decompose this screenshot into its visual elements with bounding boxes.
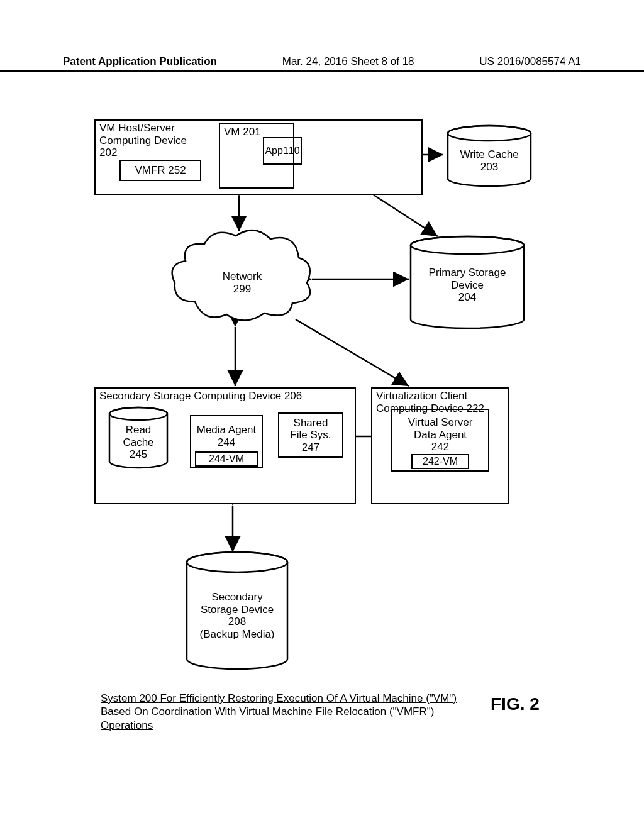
app110-box: App 110 [263, 137, 302, 165]
svg-line-5 [296, 319, 409, 386]
ss-l4: (Backup Media) [199, 628, 274, 640]
header-right: US 2016/0085574 A1 [479, 55, 581, 68]
rc-l1: Read [126, 424, 152, 436]
primary-storage-cylinder: Primary Storage Device 204 [408, 235, 527, 329]
vsda-l1: Virtual Server [408, 416, 473, 428]
wc-l1: Write Cache [460, 148, 518, 160]
figure-caption: System 200 For Efficiently Restoring Exe… [101, 692, 465, 732]
diagram: VM Host/Server Computing Device 202 VMFR… [94, 119, 572, 748]
ma-l2: 244 [218, 436, 235, 448]
wc-l2: 203 [480, 161, 498, 173]
rc-l2: Cache [123, 436, 153, 448]
vm-host-title: VM Host/Server Computing Device 202 [99, 122, 187, 159]
read-cache-cylinder: Read Cache 245 [107, 406, 170, 469]
write-cache-cylinder: Write Cache 203 [445, 124, 533, 187]
secondary-storage-cylinder: Secondary Storage Device 208 (Backup Med… [184, 551, 291, 670]
sfs-l1: Shared [294, 417, 328, 429]
svg-line-2 [374, 195, 438, 236]
vccd-l1: Virtualization Client [376, 390, 467, 402]
ss-l2: Storage Device [201, 604, 274, 616]
ps-l3: 204 [458, 291, 476, 303]
sscd-title: Secondary Storage Computing Device 206 [99, 390, 302, 402]
host-l1: VM Host/Server [99, 122, 175, 134]
net-l1: Network [223, 270, 262, 282]
shared-filesys-box: Shared File Sys. 247 [278, 412, 343, 458]
sfs-l2: File Sys. [290, 429, 331, 441]
rc-l3: 245 [130, 448, 147, 460]
vsda-l3: 242 [431, 441, 449, 453]
host-l3: 202 [99, 147, 117, 158]
media-agent-vm-box: 244-VM [195, 451, 258, 467]
host-l2: Computing Device [99, 135, 187, 147]
vmfr-box: VMFR 252 [119, 160, 201, 181]
net-l2: 299 [233, 283, 251, 295]
ma-l1: Media Agent [197, 424, 257, 436]
ps-l1: Primary Storage [429, 267, 506, 279]
header-center: Mar. 24, 2016 Sheet 8 of 18 [282, 55, 414, 68]
ps-l2: Device [451, 279, 484, 291]
page-header: Patent Application Publication Mar. 24, … [0, 55, 644, 72]
app-l1: App [265, 145, 282, 157]
app-l2: 110 [283, 145, 300, 157]
ss-l3: 208 [228, 616, 246, 628]
sfs-l3: 247 [302, 441, 319, 453]
header-left: Patent Application Publication [63, 55, 217, 68]
network-cloud: Network 299 [170, 226, 314, 324]
figure-number: FIG. 2 [491, 694, 540, 714]
vm201-title: VM 201 [224, 126, 261, 138]
vsda-vm-box: 242-VM [411, 454, 469, 469]
vsda-l2: Data Agent [414, 429, 467, 441]
ss-l1: Secondary [211, 591, 262, 603]
